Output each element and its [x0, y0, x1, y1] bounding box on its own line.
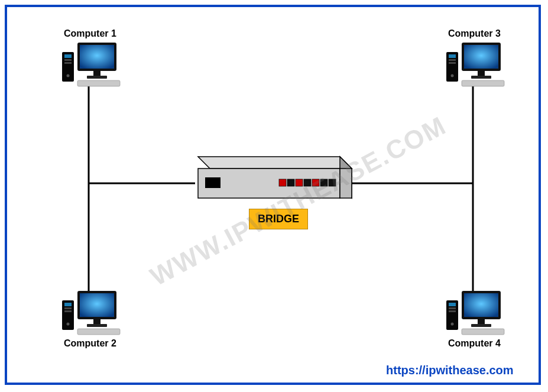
svg-rect-44	[471, 76, 491, 79]
svg-rect-37	[449, 54, 456, 58]
svg-rect-45	[462, 80, 504, 86]
svg-rect-39	[449, 62, 456, 64]
svg-point-40	[451, 74, 454, 77]
svg-marker-4	[198, 157, 352, 169]
svg-rect-28	[64, 307, 72, 309]
svg-rect-14	[320, 179, 327, 186]
svg-rect-15	[329, 179, 336, 186]
svg-rect-11	[296, 179, 303, 186]
svg-rect-32	[80, 293, 114, 317]
computer-1-label: Computer 1	[64, 28, 116, 39]
svg-rect-25	[77, 80, 120, 86]
svg-rect-10	[287, 179, 294, 186]
svg-rect-19	[64, 62, 72, 64]
svg-rect-29	[64, 310, 72, 312]
svg-rect-38	[449, 59, 456, 61]
svg-rect-49	[449, 310, 456, 312]
computer-4-label: Computer 4	[448, 338, 501, 349]
svg-point-50	[451, 323, 454, 326]
svg-rect-9	[279, 179, 286, 186]
svg-rect-43	[478, 71, 485, 76]
svg-rect-42	[464, 45, 498, 69]
svg-rect-18	[64, 59, 72, 61]
svg-rect-27	[64, 303, 72, 306]
bridge-label: BRIDGE	[249, 209, 308, 229]
svg-rect-55	[462, 329, 504, 335]
computer-2-label: Computer 2	[64, 338, 116, 349]
source-url: https://ipwithease.com	[386, 364, 514, 377]
svg-rect-48	[449, 307, 456, 309]
svg-rect-23	[93, 71, 100, 76]
svg-rect-17	[64, 54, 72, 58]
svg-rect-8	[205, 177, 221, 188]
svg-rect-52	[464, 293, 498, 317]
svg-point-30	[67, 323, 70, 326]
svg-rect-13	[312, 179, 319, 186]
svg-marker-7	[340, 169, 352, 198]
svg-point-20	[67, 74, 70, 77]
svg-rect-34	[87, 324, 107, 327]
svg-rect-12	[304, 179, 311, 186]
svg-rect-33	[93, 319, 100, 324]
svg-rect-24	[87, 76, 107, 79]
svg-rect-54	[471, 324, 491, 327]
computer-3-label: Computer 3	[448, 28, 501, 39]
svg-rect-22	[80, 45, 114, 69]
svg-rect-47	[449, 303, 456, 306]
svg-rect-35	[77, 329, 120, 335]
svg-rect-53	[478, 319, 485, 324]
